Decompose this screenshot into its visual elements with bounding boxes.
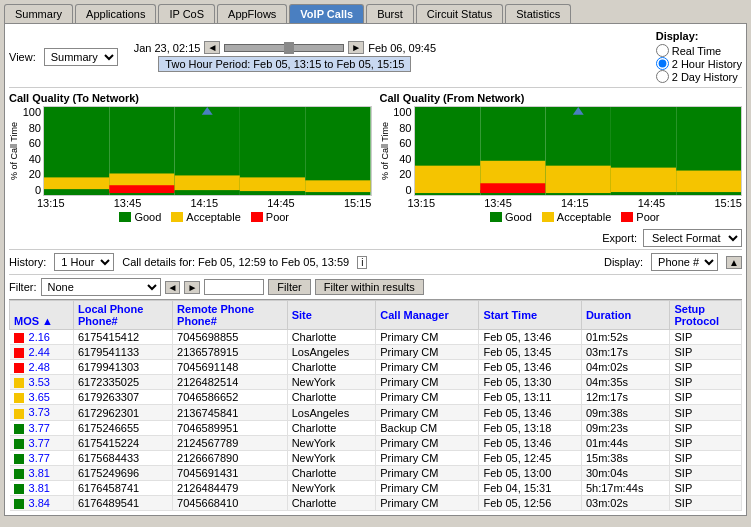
start-cell: Feb 05, 12:45 [479,450,581,465]
export-select[interactable]: Select Format [643,229,742,247]
protocol-cell: SIP [670,390,742,405]
tab-burst[interactable]: Burst [366,4,414,23]
tab-ip-cos[interactable]: IP CoS [158,4,215,23]
mos-cell[interactable]: 2.16 [10,330,74,345]
mos-cell[interactable]: 3.81 [10,480,74,495]
mos-cell[interactable]: 2.44 [10,345,74,360]
end-date: Feb 06, 09:45 [368,42,436,54]
svg-rect-18 [545,166,610,193]
local-phone-cell: 6176458741 [73,480,172,495]
start-cell: Feb 05, 13:30 [479,375,581,390]
mos-cell[interactable]: 3.84 [10,496,74,511]
tab-statistics[interactable]: Statistics [505,4,571,23]
2hour-radio[interactable] [656,57,669,70]
duration-cell: 5h:17m:44s [581,480,670,495]
col-duration[interactable]: Duration [581,301,670,330]
local-phone-cell: 6179941303 [73,360,172,375]
svg-rect-10 [305,180,370,192]
start-cell: Feb 05, 12:56 [479,496,581,511]
remote-phone-cell: 2126484479 [173,480,288,495]
table-row: 2.44 6179541133 2136578915 LosAngeles Pr… [10,345,742,360]
local-phone-cell: 6176489541 [73,496,172,511]
start-cell: Feb 05, 13:46 [479,405,581,420]
period-label: Two Hour Period: Feb 05, 13:15 to Feb 05… [158,56,411,72]
tab-circuit-status[interactable]: Circuit Status [416,4,503,23]
site-cell: Charlotte [287,390,376,405]
table-row: 2.16 6175415412 7045698855 Charlotte Pri… [10,330,742,345]
duration-cell: 03m:02s [581,496,670,511]
chart-left-title: Call Quality (To Network) [9,92,372,104]
display-phone-select[interactable]: Phone # [651,253,718,271]
info-icon: i [357,256,367,269]
cm-cell: Primary CM [376,345,479,360]
col-cm[interactable]: Call Manager [376,301,479,330]
right-arrow[interactable]: ► [348,41,364,54]
tab-summary[interactable]: Summary [4,4,73,23]
protocol-cell: SIP [670,420,742,435]
filter-input[interactable] [204,279,264,295]
scroll-up[interactable]: ▲ [726,256,742,269]
tab-applications[interactable]: Applications [75,4,156,23]
filter-right-arrow[interactable]: ► [184,281,200,294]
filter-within-button[interactable]: Filter within results [315,279,424,295]
local-phone-cell: 6175415224 [73,435,172,450]
mos-cell[interactable]: 3.77 [10,435,74,450]
history-select[interactable]: 1 Hour [54,253,114,271]
site-cell: NewYork [287,375,376,390]
local-phone-cell: 6172962301 [73,405,172,420]
left-arrow[interactable]: ◄ [204,41,220,54]
data-table: MOS ▲ Local PhonePhone# Remote PhonePhon… [9,299,742,511]
2day-radio[interactable] [656,70,669,83]
chart-right-title: Call Quality (From Network) [380,92,743,104]
duration-cell: 01m:52s [581,330,670,345]
protocol-cell: SIP [670,375,742,390]
col-protocol[interactable]: SetupProtocol [670,301,742,330]
start-date: Jan 23, 02:15 [134,42,201,54]
tabs-bar: SummaryApplicationsIP CoSAppFlowsVoIP Ca… [0,0,751,23]
start-cell: Feb 05, 13:00 [479,465,581,480]
view-select[interactable]: Summary [44,48,118,66]
tab-voip-calls[interactable]: VoIP Calls [289,4,364,23]
remote-phone-cell: 7045691148 [173,360,288,375]
svg-rect-8 [240,177,305,191]
mos-cell[interactable]: 3.81 [10,465,74,480]
mos-cell[interactable]: 3.77 [10,420,74,435]
cm-cell: Primary CM [376,450,479,465]
realtime-radio[interactable] [656,44,669,57]
table-row: 3.53 6172335025 2126482514 NewYork Prima… [10,375,742,390]
chart-right-canvas [414,106,743,196]
table-row: 3.81 6176458741 2126484479 NewYork Prima… [10,480,742,495]
remote-phone-cell: 2136745841 [173,405,288,420]
filter-left-arrow[interactable]: ◄ [165,281,181,294]
history-label: History: [9,256,46,268]
local-phone-cell: 6175249696 [73,465,172,480]
col-remote-phone[interactable]: Remote PhonePhone# [173,301,288,330]
remote-phone-cell: 7045691431 [173,465,288,480]
site-cell: Charlotte [287,496,376,511]
col-site[interactable]: Site [287,301,376,330]
duration-cell: 03m:17s [581,345,670,360]
table-row: 3.65 6179263307 7046586652 Charlotte Pri… [10,390,742,405]
mos-cell[interactable]: 3.65 [10,390,74,405]
chart-left-ylabel: % of Call Time [9,106,19,196]
duration-cell: 01m:44s [581,435,670,450]
filter-select[interactable]: None [41,278,161,296]
remote-phone-cell: 2126482514 [173,375,288,390]
2day-label: 2 Day History [672,71,738,83]
local-phone-cell: 6175246655 [73,420,172,435]
mos-cell[interactable]: 3.77 [10,450,74,465]
cm-cell: Primary CM [376,405,479,420]
duration-cell: 04m:02s [581,360,670,375]
col-mos[interactable]: MOS ▲ [10,301,74,330]
tab-appflows[interactable]: AppFlows [217,4,287,23]
duration-cell: 15m:38s [581,450,670,465]
filter-button[interactable]: Filter [268,279,310,295]
mos-cell[interactable]: 3.53 [10,375,74,390]
col-start[interactable]: Start Time [479,301,581,330]
col-local-phone[interactable]: Local PhonePhone# [73,301,172,330]
realtime-label: Real Time [672,45,722,57]
svg-rect-4 [109,185,174,193]
mos-cell[interactable]: 2.48 [10,360,74,375]
mos-cell[interactable]: 3.73 [10,405,74,420]
svg-rect-16 [480,183,545,193]
